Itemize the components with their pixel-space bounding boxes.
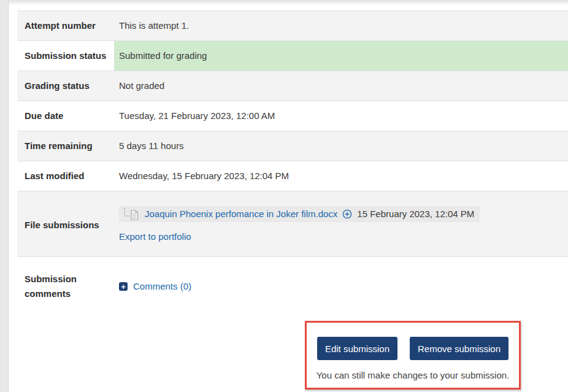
table-row-attempt-number: Attempt number This is attempt 1. — [17, 11, 568, 41]
comments-link[interactable]: Comments (0) — [133, 279, 191, 294]
row-value: Not graded — [114, 71, 568, 101]
edit-submission-button[interactable]: Edit submission — [317, 337, 397, 360]
file-tree-icon — [123, 208, 140, 220]
submitted-file-link[interactable]: Joaquin Phoenix perfomance in Joker film… — [145, 209, 337, 220]
file-timestamp: 15 February 2023, 12:04 PM — [357, 209, 474, 220]
remove-submission-button[interactable]: Remove submission — [410, 337, 509, 360]
submission-status-table: Attempt number This is attempt 1. Submis… — [17, 10, 568, 316]
expand-comments-icon[interactable]: + — [119, 282, 128, 291]
table-row-last-modified: Last modified Wednesday, 15 February 202… — [17, 161, 568, 191]
row-value: This is attempt 1. — [114, 11, 568, 41]
row-value: 5 days 11 hours — [114, 131, 568, 161]
submission-status-value: Submitted for grading — [114, 41, 568, 71]
table-row-submission-status: Submission status Submitted for grading — [17, 41, 568, 71]
table-row-time-remaining: Time remaining 5 days 11 hours — [17, 131, 568, 161]
submission-comments-cell: + Comments (0) — [114, 257, 568, 317]
table-row-file-submissions: File submissions Joaquin Phoenix perfoma… — [17, 191, 568, 257]
row-label: File submissions — [17, 191, 114, 257]
row-label: Attempt number — [17, 11, 114, 41]
row-label: Last modified — [17, 161, 114, 191]
submission-actions: Edit submission Remove submission — [317, 337, 509, 360]
table-row-grading-status: Grading status Not graded — [17, 71, 568, 101]
header-shadow — [9, 0, 568, 6]
plus-circle-icon[interactable] — [342, 209, 352, 219]
table-row-submission-comments: Submission comments + Comments (0) — [17, 257, 568, 317]
row-value: Tuesday, 21 February 2023, 12:00 AM — [114, 101, 568, 131]
page-left-gutter — [0, 0, 9, 392]
table-row-due-date: Due date Tuesday, 21 February 2023, 12:0… — [17, 101, 568, 131]
row-label: Due date — [17, 101, 114, 131]
submission-changes-note: You can still make changes to your submi… — [317, 369, 510, 382]
row-label: Time remaining — [17, 131, 114, 161]
submitted-file-item: Joaquin Phoenix perfomance in Joker film… — [119, 206, 480, 222]
row-value: Wednesday, 15 February 2023, 12:04 PM — [114, 161, 568, 191]
row-label: Submission status — [17, 41, 114, 71]
row-label: Submission comments — [17, 257, 114, 317]
export-to-portfolio-link[interactable]: Export to portfolio — [119, 229, 561, 244]
file-submissions-cell: Joaquin Phoenix perfomance in Joker film… — [114, 191, 568, 257]
row-label: Grading status — [17, 71, 114, 101]
annotation-highlight-box: Edit submission Remove submission You ca… — [305, 321, 521, 390]
